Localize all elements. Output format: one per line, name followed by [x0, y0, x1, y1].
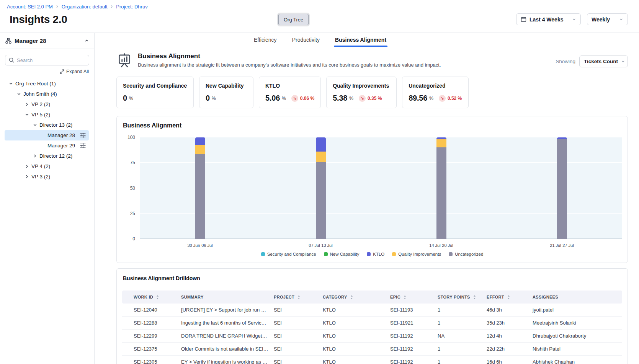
- table-row-sei-12040[interactable]: SEI-12040[URGENT] EY > Support for job r…: [122, 304, 622, 317]
- tree-node-director-13-2[interactable]: Director 13 (2): [5, 120, 89, 130]
- column-header-project[interactable]: PROJECT: [274, 295, 323, 299]
- chevron-right-icon[interactable]: [25, 175, 29, 179]
- tree-node-label: Manager 29: [47, 143, 75, 149]
- tree-node-label: Org Tree Root (1): [15, 81, 56, 87]
- column-header-label: PROJECT: [274, 295, 294, 299]
- table-row-sei-12299[interactable]: SEI-12299DORA TREND LINE GRAPH Widgets i…: [122, 330, 622, 343]
- stacked-bar-30-jun-06-jul[interactable]: [195, 137, 205, 239]
- expand-all-button[interactable]: Expand All: [5, 69, 89, 74]
- sort-icon[interactable]: [297, 295, 301, 299]
- tree-node-manager-29[interactable]: Manager 29: [5, 140, 89, 151]
- tab-efficiency[interactable]: Efficiency: [253, 33, 278, 47]
- tree-node-label: Manager 28: [47, 132, 75, 138]
- topbar-controls: Last 4 Weeks Weekly: [516, 13, 628, 25]
- main-content: Business Alignment Business alignment is…: [95, 47, 639, 364]
- bar-segment-quality-improvements[interactable]: [195, 145, 205, 154]
- sidebar-collapse-chevron-up-icon[interactable]: [85, 39, 89, 43]
- tab-business-alignment[interactable]: Business Alignment: [334, 33, 387, 47]
- bar-segment-uncategorized[interactable]: [436, 147, 446, 239]
- granularity-select[interactable]: Weekly: [587, 13, 628, 25]
- breadcrumb-separator-icon: ›: [56, 3, 58, 10]
- stacked-bar-07-jul-13-jul[interactable]: [316, 137, 326, 239]
- tab-productivity[interactable]: Productivity: [291, 33, 321, 47]
- breadcrumb-link-project[interactable]: Project: Dhruv: [116, 4, 147, 10]
- chart-plot: [140, 137, 622, 239]
- column-header-story-points[interactable]: STORY POINTS: [438, 295, 487, 299]
- column-header-work-id[interactable]: WORK ID: [134, 295, 181, 299]
- sort-icon[interactable]: [350, 295, 354, 299]
- sort-icon[interactable]: [155, 295, 160, 299]
- sort-icon[interactable]: [472, 295, 477, 299]
- tab-group: EfficiencyProductivityBusiness Alignment: [253, 33, 387, 47]
- y-tick-label-25: 25: [130, 211, 135, 216]
- chevron-right-icon[interactable]: [33, 154, 37, 158]
- column-header-effort[interactable]: EFFORT: [487, 295, 533, 299]
- kpi-card-title: Security and Compliance: [123, 83, 187, 89]
- tree-node-john-smith-4[interactable]: John Smith (4): [5, 89, 89, 99]
- sort-icon[interactable]: [507, 295, 511, 299]
- date-range-select[interactable]: Last 4 Weeks: [516, 13, 581, 25]
- chevron-right-icon[interactable]: [25, 102, 29, 106]
- legend-item-uncategorized[interactable]: Uncategorized: [449, 252, 483, 256]
- chevron-down-icon[interactable]: [33, 123, 37, 127]
- bar-segment-uncategorized[interactable]: [557, 139, 567, 239]
- bar-segment-quality-improvements[interactable]: [316, 152, 326, 162]
- table-row-sei-12305[interactable]: SEI-12305EY > Verify if ingestion is wor…: [122, 356, 622, 364]
- legend-item-security-and-compliance[interactable]: Security and Compliance: [261, 252, 316, 256]
- cell-category: KTLO: [323, 320, 390, 326]
- cell-work-id: SEI-12305: [134, 359, 181, 364]
- showing-select[interactable]: Tickets Count: [579, 55, 628, 67]
- tree-node-vp-3-2[interactable]: VP 3 (2): [5, 171, 89, 182]
- search-icon: [9, 57, 14, 63]
- legend-item-ktlo[interactable]: KTLO: [367, 252, 384, 256]
- bar-segment-ktlo[interactable]: [316, 137, 326, 152]
- tree-node-director-12-2[interactable]: Director 12 (2): [5, 151, 89, 161]
- bar-segment-uncategorized[interactable]: [316, 162, 326, 239]
- tree-node-org-tree-root-1[interactable]: Org Tree Root (1): [5, 78, 89, 89]
- bar-segment-quality-improvements[interactable]: [436, 139, 446, 147]
- column-header-epic[interactable]: EPIC: [390, 295, 438, 299]
- search-input[interactable]: [17, 57, 85, 63]
- tree-node-vp-5-2[interactable]: VP 5 (2): [5, 109, 89, 120]
- chevron-down-icon: [572, 17, 576, 21]
- table-row-sei-12288[interactable]: SEI-12288Ingesting the last 6 months of …: [122, 317, 622, 330]
- breadcrumb-link-account[interactable]: Account: SEI 2.0 PM: [7, 4, 53, 10]
- column-header-label: CATEGORY: [323, 295, 347, 299]
- tree-node-label: Director 12 (2): [39, 153, 72, 159]
- column-header-category[interactable]: CATEGORY: [323, 295, 390, 299]
- tree-node-manager-28[interactable]: Manager 28: [5, 130, 89, 140]
- tree-node-vp-2-2[interactable]: VP 2 (2): [5, 99, 89, 109]
- section-header-left: Business Alignment Business alignment is…: [116, 52, 441, 68]
- table-row-sei-12375[interactable]: SEI-12375Older Commits is not available …: [122, 343, 622, 356]
- breadcrumb-link-organization[interactable]: Organization: default: [62, 4, 108, 10]
- bar-segment-ktlo[interactable]: [195, 137, 205, 145]
- cell-summary: [URGENT] EY > Support for job run par...: [181, 307, 274, 313]
- legend-swatch-icon: [392, 252, 396, 256]
- legend-label: KTLO: [373, 252, 384, 256]
- kpi-card-title: New Capability: [206, 83, 247, 89]
- tree-node-label: John Smith (4): [23, 91, 57, 97]
- chevron-down-icon[interactable]: [17, 92, 21, 96]
- cell-effort: 46d 3h: [487, 307, 533, 313]
- chevron-down-icon[interactable]: [25, 113, 29, 117]
- bar-segment-uncategorized[interactable]: [195, 154, 205, 239]
- legend-item-new-capability[interactable]: New Capability: [324, 252, 360, 256]
- column-header-label: EFFORT: [487, 295, 504, 299]
- sliders-settings-icon[interactable]: [80, 133, 86, 138]
- cell-project: SEI: [274, 346, 323, 352]
- cell-effort: 35d 23h: [487, 320, 533, 326]
- chevron-right-icon[interactable]: [25, 164, 29, 168]
- org-tree-button[interactable]: Org Tree: [278, 14, 309, 25]
- stacked-bar-14-jul-20-jul[interactable]: [436, 137, 446, 239]
- chevron-down-icon[interactable]: [9, 82, 13, 86]
- gridline-50: [140, 188, 622, 188]
- legend-item-quality-improvements[interactable]: Quality Improvements: [392, 252, 441, 256]
- sliders-settings-icon[interactable]: [80, 143, 86, 148]
- cell-category: KTLO: [323, 346, 390, 352]
- org-tree-sidebar: Manager 28 Expand All Org Tree Root (1)J…: [0, 33, 95, 364]
- kpi-card-row: Security and Compliance0%New Capability0…: [116, 77, 628, 108]
- kpi-value-row: 5.06%↘0.06 %: [265, 94, 314, 103]
- stacked-bar-21-jul-27-jul[interactable]: [557, 137, 567, 239]
- sort-icon[interactable]: [403, 295, 407, 299]
- tree-node-vp-4-2[interactable]: VP 4 (2): [5, 161, 89, 171]
